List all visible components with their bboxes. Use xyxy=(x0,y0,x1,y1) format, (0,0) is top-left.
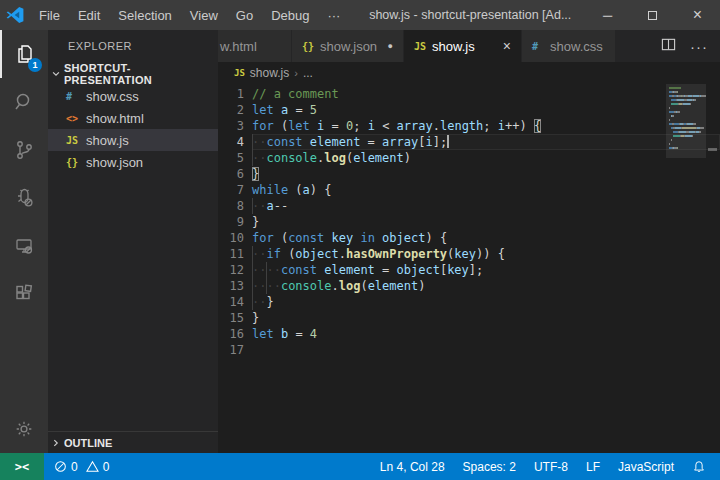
tab-show-json[interactable]: {}show.json● xyxy=(292,30,404,62)
activitybar-manage[interactable] xyxy=(0,405,48,453)
text-cursor xyxy=(447,135,449,148)
file-item-show-json[interactable]: {}show.json xyxy=(48,151,218,173)
tab-w-html[interactable]: w.html xyxy=(218,30,292,62)
menu-edit[interactable]: Edit xyxy=(69,0,109,30)
outline-label: OUTLINE xyxy=(64,437,112,449)
language-status[interactable]: JavaScript xyxy=(618,460,674,474)
line-content: ··console.log(element) xyxy=(252,150,720,166)
warning-count: 0 xyxy=(103,460,110,474)
menu-debug[interactable]: Debug xyxy=(262,0,318,30)
notifications-bell-icon[interactable] xyxy=(692,460,706,474)
line-content xyxy=(252,342,720,358)
more-actions-button[interactable]: ··· xyxy=(690,38,708,55)
unsaved-dot-icon[interactable]: ● xyxy=(380,41,393,51)
code-line-15[interactable]: 15} xyxy=(218,310,720,326)
activitybar-source-control[interactable] xyxy=(0,126,48,174)
editor-actions: ··· xyxy=(661,30,720,62)
indent-guide xyxy=(266,278,267,294)
cursor-position-status[interactable]: Ln 4, Col 28 xyxy=(380,460,445,474)
menu-view[interactable]: View xyxy=(181,0,227,30)
code-line-12[interactable]: 12····const element = object[key]; xyxy=(218,262,720,278)
eol-status[interactable]: LF xyxy=(586,460,600,474)
indent-guide xyxy=(252,294,253,310)
tab-label: show.css xyxy=(550,39,603,54)
outline-section-header[interactable]: OUTLINE xyxy=(48,431,218,453)
line-content: let b = 4 xyxy=(252,326,720,342)
breadcrumb-file[interactable]: show.js xyxy=(250,66,289,80)
code-line-7[interactable]: 7while (a) { xyxy=(218,182,720,198)
tab-label: show.json xyxy=(320,39,377,54)
code-line-17[interactable]: 17 xyxy=(218,342,720,358)
code-line-8[interactable]: 8··a-- xyxy=(218,198,720,214)
activitybar-extensions[interactable] xyxy=(0,270,48,318)
source-control-icon xyxy=(12,138,36,162)
split-editor-button[interactable] xyxy=(661,37,676,55)
remote-indicator[interactable]: >< xyxy=(0,453,44,480)
minimap[interactable] xyxy=(666,84,706,453)
code-editor[interactable]: 1// a comment2let a = 53for (let i = 0; … xyxy=(218,84,720,453)
indent-guide xyxy=(252,134,253,150)
menu-bar: FileEditSelectionViewGoDebug··· xyxy=(30,0,349,30)
file-type-icon: # xyxy=(66,91,86,102)
activity-bar: 1 xyxy=(0,30,48,453)
activitybar-debug[interactable] xyxy=(0,174,48,222)
line-number: 14 xyxy=(218,294,244,310)
file-item-show-css[interactable]: #show.css xyxy=(48,85,218,107)
code-line-11[interactable]: 11··if (object.hasOwnProperty(key)) { xyxy=(218,246,720,262)
breadcrumb-symbol[interactable]: ... xyxy=(303,66,313,80)
menu-selection[interactable]: Selection xyxy=(109,0,180,30)
code-line-5[interactable]: 5··console.log(element) xyxy=(218,150,720,166)
code-line-4[interactable]: 4··const element = array[i]; xyxy=(218,134,720,150)
line-content: } xyxy=(252,166,720,182)
maximize-button[interactable] xyxy=(630,0,675,30)
folder-section-header[interactable]: SHORTCUT-PRESENTATION xyxy=(48,63,218,85)
title-bar: FileEditSelectionViewGoDebug··· show.js … xyxy=(0,0,720,30)
code-line-10[interactable]: 10for (const key in object) { xyxy=(218,230,720,246)
line-number: 3 xyxy=(218,118,244,134)
breadcrumb-separator-icon: › xyxy=(294,67,298,79)
indentation-status[interactable]: Spaces: 2 xyxy=(463,460,516,474)
error-count: 0 xyxy=(71,460,78,474)
file-type-icon: JS xyxy=(66,135,86,146)
indent-guide xyxy=(252,150,253,166)
activitybar-search[interactable] xyxy=(0,78,48,126)
menu-[interactable]: ··· xyxy=(318,0,349,30)
code-line-6[interactable]: 6} xyxy=(218,166,720,182)
menu-file[interactable]: File xyxy=(30,0,69,30)
line-number: 1 xyxy=(218,86,244,102)
tab-label: show.js xyxy=(432,39,475,54)
tab-show-js[interactable]: JSshow.js× xyxy=(404,30,522,62)
extensions-icon xyxy=(12,282,36,306)
remote-explorer-icon xyxy=(12,234,36,258)
js-file-icon: JS xyxy=(234,68,245,78)
activitybar-remote-explorer[interactable] xyxy=(0,222,48,270)
file-item-show-html[interactable]: <>show.html xyxy=(48,107,218,129)
indent-guide xyxy=(252,262,253,278)
line-content: // a comment xyxy=(252,86,720,102)
file-name: show.json xyxy=(86,155,143,170)
tab-close-icon[interactable]: × xyxy=(493,38,511,54)
minimize-button[interactable]: ─ xyxy=(585,0,630,30)
file-item-show-js[interactable]: JSshow.js xyxy=(48,129,218,151)
code-line-9[interactable]: 9} xyxy=(218,214,720,230)
line-content: ····const element = object[key]; xyxy=(252,262,720,278)
tab-show-css[interactable]: #show.css xyxy=(522,30,616,62)
code-line-14[interactable]: 14··} xyxy=(218,294,720,310)
status-bar: >< 0 0 Ln 4, Col 28 Spaces: 2 UTF-8 LF J… xyxy=(0,453,720,480)
activitybar-explorer[interactable]: 1 xyxy=(0,30,48,78)
file-type-icon: {} xyxy=(66,157,86,168)
problems-status[interactable]: 0 0 xyxy=(54,460,109,474)
file-name: show.js xyxy=(86,133,129,148)
menu-go[interactable]: Go xyxy=(227,0,262,30)
code-line-3[interactable]: 3for (let i = 0; i < array.length; i++) … xyxy=(218,118,720,134)
code-line-16[interactable]: 16let b = 4 xyxy=(218,326,720,342)
line-content: let a = 5 xyxy=(252,102,720,118)
close-button[interactable]: × xyxy=(675,0,720,30)
encoding-status[interactable]: UTF-8 xyxy=(534,460,568,474)
code-line-1[interactable]: 1// a comment xyxy=(218,86,720,102)
line-number: 5 xyxy=(218,150,244,166)
code-line-2[interactable]: 2let a = 5 xyxy=(218,102,720,118)
tab-label: w.html xyxy=(220,39,257,54)
code-line-13[interactable]: 13····console.log(element) xyxy=(218,278,720,294)
breadcrumb[interactable]: JS show.js › ... xyxy=(218,62,720,84)
